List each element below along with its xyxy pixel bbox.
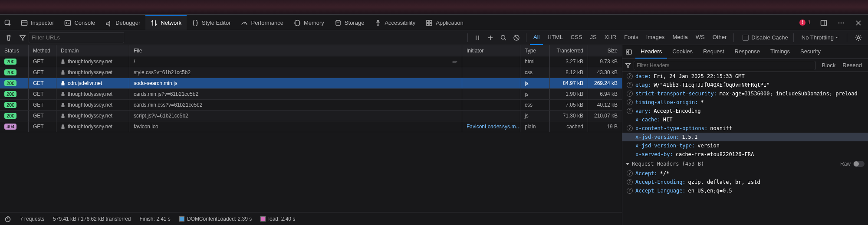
add-button[interactable] (484, 32, 496, 44)
pick-element-button[interactable] (0, 15, 16, 30)
col-file[interactable]: File (129, 45, 462, 56)
filter-html[interactable]: HTML (544, 30, 566, 45)
filter-media[interactable]: Media (669, 30, 691, 45)
cell-transferred: cached (550, 121, 588, 132)
help-icon[interactable]: ? (627, 99, 633, 105)
filter-images[interactable]: Images (643, 30, 668, 45)
header-value: 1.5.1 (682, 134, 697, 140)
filter-js[interactable]: JS (587, 30, 600, 45)
tab-network[interactable]: Network (145, 15, 187, 30)
filter-xhr[interactable]: XHR (601, 30, 620, 45)
transferred-size: 579.41 kB / 176.62 kB transferred (53, 216, 131, 222)
tab-cookies[interactable]: Cookies (667, 45, 698, 59)
filter-other[interactable]: Other (709, 30, 730, 45)
col-method[interactable]: Method (29, 45, 56, 56)
col-transferred[interactable]: Transferred (550, 45, 588, 56)
table-row[interactable]: 200GETthoughtodyssey.netcards.min.css?v=… (0, 100, 622, 111)
error-count-badge[interactable]: ! 1 (796, 19, 814, 26)
tab-console[interactable]: Console (59, 15, 100, 30)
header-row[interactable]: ?timing-allow-origin: * (622, 98, 868, 107)
col-size[interactable]: Size (588, 45, 622, 56)
search-button[interactable] (497, 32, 510, 44)
help-icon[interactable]: ? (627, 108, 633, 114)
filter-fonts[interactable]: Fonts (621, 30, 642, 45)
dock-side-button[interactable] (816, 15, 832, 30)
filter-urls-input[interactable] (29, 32, 124, 43)
header-row[interactable]: ?strict-transport-security: max-age=3153… (622, 89, 868, 98)
col-domain[interactable]: Domain (56, 45, 129, 56)
clear-button[interactable] (3, 32, 15, 44)
help-icon[interactable]: ? (627, 170, 633, 176)
tab-accessibility[interactable]: Accessibility (369, 15, 421, 30)
table-row[interactable]: 200GETthoughtodyssey.netscript.js?v=61b2… (0, 111, 622, 121)
table-row[interactable]: 200GETcdn.jsdelivr.netsodo-search.min.js… (0, 78, 622, 89)
tab-storage[interactable]: Storage (329, 15, 370, 30)
table-row[interactable]: 200GETthoughtodyssey.net/html3.27 kB9.73… (0, 56, 622, 67)
help-icon[interactable]: ? (627, 73, 633, 79)
close-devtools-button[interactable] (851, 15, 866, 30)
throttling-dropdown[interactable]: No Throttling (799, 34, 842, 41)
header-row[interactable]: x-served-by: cache-fra-etou8220126-FRA (622, 150, 868, 159)
cell-transferred: 7.05 kB (550, 100, 588, 110)
pause-button[interactable] (471, 32, 483, 44)
cell-size: 40.12 kB (588, 100, 622, 110)
tab-response[interactable]: Response (730, 45, 766, 59)
header-row[interactable]: ?etag: W/"41bb3-TIcqTJJfU4QXEfOqOvmN0FRq… (622, 81, 868, 89)
tab-timings[interactable]: Timings (765, 45, 795, 59)
help-icon[interactable]: ? (627, 188, 633, 194)
cell-domain: thoughtodyssey.net (56, 89, 129, 99)
filter-headers-input[interactable] (634, 61, 815, 70)
col-initiator[interactable]: Initiator (462, 45, 520, 56)
table-row[interactable]: 200GETthoughtodyssey.netstyle.css?v=61b2… (0, 67, 622, 78)
status-badge: 200 (4, 91, 16, 97)
col-type[interactable]: Type (520, 45, 550, 56)
svg-point-17 (452, 61, 457, 63)
request-headers-section[interactable]: Request Headers (453 B)Raw (622, 159, 868, 169)
tab-headers[interactable]: Headers (635, 45, 667, 59)
header-row[interactable]: ?Accept-Language: en-US,en;q=0.5 (622, 186, 868, 195)
header-row[interactable]: ?Accept: */* (622, 169, 868, 178)
request-table-body: 200GETthoughtodyssey.net/html3.27 kB9.73… (0, 56, 622, 212)
header-row[interactable]: ?Accept-Encoding: gzip, deflate, br, zst… (622, 178, 868, 186)
svg-point-13 (843, 22, 844, 23)
request-count: 7 requests (20, 216, 44, 222)
table-row[interactable]: 404GETthoughtodyssey.netfavicon.icoFavic… (0, 121, 622, 132)
settings-gear-button[interactable] (852, 32, 865, 44)
block-button[interactable]: Block (818, 62, 839, 68)
help-icon[interactable]: ? (627, 82, 633, 88)
tab-style-editor[interactable]: Style Editor (187, 15, 236, 30)
tab-inspector[interactable]: Inspector (16, 15, 59, 30)
header-row[interactable]: x-cache: HIT (622, 115, 868, 124)
raw-toggle[interactable]: Raw (840, 161, 865, 167)
resend-button[interactable]: Resend (839, 62, 865, 68)
toggle-sidebar-button[interactable] (622, 45, 635, 59)
tab-security[interactable]: Security (795, 45, 826, 59)
filter-ws[interactable]: WS (692, 30, 708, 45)
header-row[interactable]: ?date: Fri, 24 Jan 2025 22:15:33 GMT (622, 72, 868, 81)
tab-performance[interactable]: Performance (236, 15, 288, 30)
more-options-button[interactable] (833, 15, 849, 30)
help-icon[interactable]: ? (627, 91, 633, 97)
cell-initiator (462, 67, 520, 78)
help-icon[interactable]: ? (627, 179, 633, 185)
tab-request[interactable]: Request (698, 45, 729, 59)
cell-file: cards.min.css?v=61b21cc5b2 (129, 100, 462, 110)
col-status[interactable]: Status (0, 45, 29, 56)
status-badge: 200 (4, 69, 16, 75)
disable-cache-checkbox[interactable] (743, 35, 749, 41)
help-icon[interactable]: ? (627, 125, 633, 131)
tab-debugger[interactable]: Debugger (100, 15, 145, 30)
chevron-down-icon (835, 36, 839, 39)
filter-all[interactable]: All (530, 30, 543, 45)
header-row[interactable]: x-jsd-version: 1.5.1 (622, 133, 868, 141)
status-badge: 200 (4, 113, 16, 119)
header-row[interactable]: ?vary: Accept-Encoding (622, 107, 868, 115)
table-row[interactable]: 200GETthoughtodyssey.netcards.min.js?v=6… (0, 89, 622, 100)
header-row[interactable]: x-jsd-version-type: version (622, 141, 868, 150)
disable-cache-label[interactable]: Disable Cache (751, 34, 788, 41)
tab-application[interactable]: Application (421, 15, 469, 30)
header-row[interactable]: ?x-content-type-options: nosniff (622, 124, 868, 133)
tab-memory[interactable]: Memory (289, 15, 329, 30)
filter-css[interactable]: CSS (567, 30, 586, 45)
block-button[interactable] (510, 32, 523, 44)
